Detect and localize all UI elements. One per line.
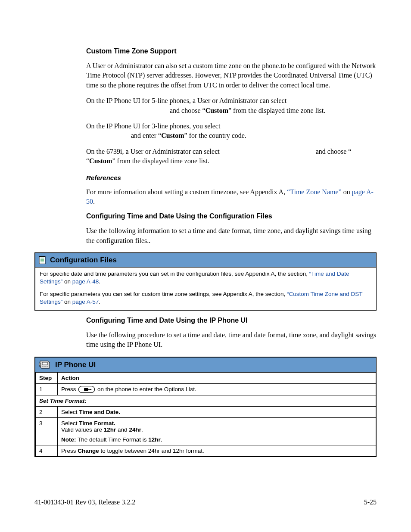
box-header: Configuration Files xyxy=(35,253,376,268)
steps-table: Step Action 1 Press on the phone to ente… xyxy=(35,372,376,457)
text: . xyxy=(141,426,143,433)
text: . xyxy=(93,198,95,205)
text: Press xyxy=(61,448,78,454)
svg-rect-8 xyxy=(47,366,48,367)
link-page-a48[interactable]: page A-48 xyxy=(72,278,99,285)
text: ” for the country code. xyxy=(184,132,246,139)
text-bold: Time Format. xyxy=(79,420,115,426)
text: and enter “ xyxy=(131,132,161,139)
table-row: 2 Select Time and Date. xyxy=(36,407,376,418)
text: For specific date and time parameters yo… xyxy=(40,271,309,277)
heading-custom-tz: Custom Time Zone Support xyxy=(86,47,377,55)
step-action: Select Time and Date. xyxy=(58,407,376,418)
text: The default Time Format is xyxy=(76,436,149,443)
text-bold: Change xyxy=(78,448,99,454)
configuration-files-box: Configuration Files For specific date an… xyxy=(34,252,377,311)
page-footer: 41-001343-01 Rev 03, Release 3.2.2 5-25 xyxy=(34,498,377,506)
text: and choose “ xyxy=(170,107,206,114)
col-action: Action xyxy=(58,372,376,383)
body-text: Use the following information to set a t… xyxy=(86,226,377,246)
options-key-icon xyxy=(78,386,95,393)
table-section-row: Set Time Format: xyxy=(36,395,376,407)
link-page-a57[interactable]: page A-57 xyxy=(72,299,99,305)
col-step: Step xyxy=(36,372,58,383)
text-bold: 24hr xyxy=(129,426,141,433)
box-body: For specific date and time parameters yo… xyxy=(35,268,376,310)
section-label: Set Time Format: xyxy=(36,395,376,407)
step-action: Press on the phone to enter the Options … xyxy=(58,383,376,395)
phone-icon xyxy=(39,360,51,370)
note-label: Note: xyxy=(61,436,76,443)
text: on xyxy=(342,188,352,196)
body-text: For more information about setting a cus… xyxy=(86,187,377,207)
body-text: On the IP Phone UI for 3-line phones, yo… xyxy=(86,121,377,141)
svg-rect-10 xyxy=(84,388,88,391)
text: Valid values are xyxy=(61,426,104,433)
svg-point-12 xyxy=(90,389,92,390)
text: on xyxy=(62,299,72,305)
text: For more information about setting a cus… xyxy=(86,188,287,196)
box-title: IP Phone UI xyxy=(55,361,96,369)
step-action: Select Time Format. Valid values are 12h… xyxy=(58,418,376,445)
text: to toggle between 24hr and 12hr format. xyxy=(99,448,204,454)
link-timezone-name[interactable]: “Time Zone Name” xyxy=(287,188,341,196)
table-row: 1 Press on the phone to enter the Option… xyxy=(36,383,376,395)
text-bold: 12hr xyxy=(104,426,116,433)
body-text: On the IP Phone UI for 5-line phones, a … xyxy=(86,96,377,115)
table-header-row: Step Action xyxy=(36,372,376,383)
body-text: A User or Administrator can also set a c… xyxy=(86,61,377,90)
text: Press xyxy=(61,386,78,392)
body-text: On the 6739i, a User or Administrator ca… xyxy=(86,147,377,166)
heading-references: References xyxy=(86,174,377,181)
text: on the phone to enter the Options List. xyxy=(97,386,196,392)
text: . xyxy=(99,299,100,305)
svg-rect-7 xyxy=(44,366,46,367)
heading-ipphone-ui: Configuring Time and Date Using the IP P… xyxy=(86,317,377,324)
step-number: 1 xyxy=(36,383,58,395)
step-number: 3 xyxy=(36,418,58,445)
text: Select xyxy=(61,409,79,415)
text: and xyxy=(116,426,129,433)
text-bold: Custom xyxy=(161,132,184,139)
text: ” from the displayed time zone list. xyxy=(112,157,209,165)
table-row: 3 Select Time Format. Valid values are 1… xyxy=(36,418,376,445)
heading-config-files: Configuring Time and Date Using the Conf… xyxy=(86,212,377,220)
text-bold: 12hr xyxy=(148,436,161,443)
ip-phone-ui-box: IP Phone UI Step Action 1 Press on the p xyxy=(34,357,377,457)
svg-rect-6 xyxy=(42,366,44,367)
text: On the IP Phone UI for 3-line phones, yo… xyxy=(86,122,220,130)
text-bold: Custom xyxy=(89,157,112,165)
text: On the 6739i, a User or Administrator ca… xyxy=(86,148,221,155)
text: Select xyxy=(61,420,79,426)
text: . xyxy=(161,436,162,443)
box-header: IP Phone UI xyxy=(35,358,376,372)
footer-left: 41-001343-01 Rev 03, Release 3.2.2 xyxy=(34,498,135,506)
text: on xyxy=(62,278,72,285)
text: . xyxy=(99,278,100,285)
text: and choose “ xyxy=(316,148,352,155)
text-bold: Custom xyxy=(206,107,228,114)
table-row: 4 Press Change to toggle between 24hr an… xyxy=(36,445,376,457)
svg-rect-5 xyxy=(42,362,47,365)
step-action: Press Change to toggle between 24hr and … xyxy=(58,445,376,457)
text: On the IP Phone UI for 5-line phones, a … xyxy=(86,97,286,104)
text-bold: Time and Date. xyxy=(79,409,120,415)
svg-rect-0 xyxy=(39,257,45,264)
document-icon xyxy=(39,256,46,264)
box-title: Configuration Files xyxy=(50,256,117,264)
footer-right: 5-25 xyxy=(364,498,377,506)
text: ” from the displayed time zone list. xyxy=(228,107,325,114)
step-number: 2 xyxy=(36,407,58,418)
body-text: Use the following procedure to set a tim… xyxy=(86,330,377,350)
step-number: 4 xyxy=(36,445,58,457)
text: For specific parameters you can set for … xyxy=(40,291,287,297)
